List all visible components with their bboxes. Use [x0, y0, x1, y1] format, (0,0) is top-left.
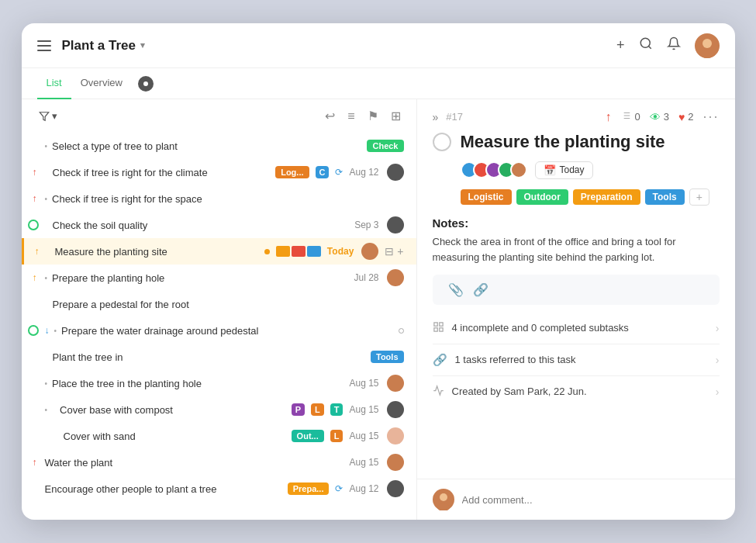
- svg-point-2: [702, 39, 712, 48]
- svg-point-16: [437, 503, 450, 510]
- tag-tools[interactable]: Tools: [645, 189, 685, 205]
- hamburger-menu[interactable]: [37, 40, 51, 51]
- tab-add[interactable]: [138, 76, 154, 92]
- task-name: Plant the tree in: [53, 351, 364, 363]
- table-row[interactable]: • Cover base with compost P L T Aug 15: [22, 396, 416, 423]
- tag-preparation[interactable]: Preparation: [573, 189, 640, 205]
- table-row[interactable]: ↑ • Prepare the planting hole Jul 28: [22, 265, 416, 291]
- table-row[interactable]: ↑ Water the plant Aug 15: [22, 449, 416, 476]
- filter-chevron: ▾: [52, 110, 57, 122]
- task-status-dot: [264, 249, 270, 254]
- comment-section: [417, 479, 735, 520]
- task-tag-l: L: [311, 403, 324, 416]
- table-row[interactable]: Encourage other people to plant a tree P…: [22, 476, 416, 502]
- table-row[interactable]: Check the soil quality Sep 3: [22, 212, 416, 238]
- table-row[interactable]: • Select a type of tree to plant Check: [22, 133, 416, 159]
- notes-text: Check the area in front of the office an…: [433, 234, 720, 265]
- tag-outdoor[interactable]: Outdoor: [516, 189, 568, 205]
- add-button[interactable]: +: [616, 37, 625, 54]
- more-options-button[interactable]: ···: [702, 109, 719, 125]
- task-avatar: [361, 243, 378, 260]
- table-row[interactable]: Prepare a pedestal for the root: [22, 291, 416, 317]
- subtasks-icon: [433, 321, 444, 335]
- table-row[interactable]: ↑ Check if tree is right for the climate…: [22, 159, 416, 185]
- down-arrow-icon: ↓: [45, 325, 50, 336]
- table-row[interactable]: • Place the tree in the planting hole Au…: [22, 370, 416, 396]
- search-button[interactable]: [639, 36, 653, 54]
- due-date-tag[interactable]: 📅 Today: [535, 161, 593, 179]
- bullet-icon: •: [45, 379, 48, 388]
- eye-stat: 👁 3: [650, 111, 669, 123]
- tab-list[interactable]: List: [37, 68, 71, 99]
- user-avatar[interactable]: [695, 33, 720, 58]
- tag-logistic[interactable]: Logistic: [461, 189, 512, 205]
- task-date: Aug 12: [349, 167, 378, 178]
- filter-button[interactable]: ▾: [34, 108, 62, 124]
- task-name: Prepare a pedestal for the root: [53, 299, 404, 310]
- table-row[interactable]: ↑ • Check if tree is right for the space: [22, 185, 416, 212]
- referred-text: 1 tasks referred to this task: [455, 354, 716, 365]
- header-left: Plant a Tree ▾: [37, 38, 616, 54]
- add-tag-button[interactable]: +: [689, 188, 709, 206]
- created-arrow: ›: [716, 386, 720, 398]
- project-title[interactable]: Plant a Tree ▾: [62, 38, 145, 54]
- grid-icon[interactable]: ⊞: [388, 105, 404, 126]
- list-icon: [620, 110, 631, 123]
- action-icons: ⊟ +: [385, 245, 403, 258]
- task-name: Cover base with compost: [60, 404, 285, 416]
- task-complete-checkbox[interactable]: [433, 133, 451, 151]
- notification-button[interactable]: [667, 36, 681, 54]
- task-tag: Prepa...: [288, 482, 330, 495]
- table-row[interactable]: ↑ Measure the planting site Today ⊟ +: [22, 238, 416, 265]
- app-header: Plant a Tree ▾ +: [22, 23, 735, 68]
- priority-icon: ↑: [28, 457, 42, 468]
- tab-overview[interactable]: Overview: [71, 68, 132, 99]
- comment-input[interactable]: [462, 494, 720, 506]
- task-tag-c: C: [316, 166, 330, 178]
- list-view-icon[interactable]: ≡: [344, 106, 357, 126]
- priority-up-icon: ↑: [605, 110, 611, 124]
- task-name: Check if tree is right for the space: [52, 193, 403, 205]
- detail-title-row: Measure the planting site: [417, 131, 735, 161]
- undo-icon[interactable]: ↩: [322, 105, 338, 126]
- task-tag: Tools: [371, 351, 404, 363]
- tabs-bar: List Overview: [22, 68, 735, 99]
- task-name: Measure the planting site: [55, 246, 258, 258]
- chevron-down-icon: ▾: [140, 40, 145, 50]
- mini-tags: [276, 246, 321, 257]
- subtasks-text: 4 incomplete and 0 completed subtasks: [452, 322, 716, 334]
- right-panel: » #17 ↑ 0 👁 3 ♥: [417, 99, 735, 520]
- svg-rect-14: [433, 328, 437, 331]
- flag-icon[interactable]: ⚑: [364, 105, 381, 126]
- detail-actions: ↑ 0 👁 3 ♥ 2 ···: [605, 109, 719, 125]
- image-icon[interactable]: 🔗: [473, 282, 488, 297]
- table-row[interactable]: Plant the tree in Tools: [22, 344, 416, 370]
- task-tag-t: T: [330, 403, 343, 416]
- project-title-text: Plant a Tree: [62, 38, 136, 54]
- task-avatar: [387, 375, 404, 392]
- eye-count: 3: [664, 111, 669, 123]
- svg-point-3: [699, 50, 715, 58]
- action-icon-2[interactable]: +: [397, 245, 403, 258]
- list-stat: 0: [620, 110, 640, 123]
- detail-meta: 📅 Today: [417, 161, 735, 188]
- referred-row[interactable]: 🔗 1 tasks referred to this task ›: [433, 344, 720, 376]
- task-tag-l2: L: [330, 430, 343, 442]
- task-avatar: [387, 427, 404, 444]
- calendar-icon: 📅: [544, 164, 556, 176]
- action-icon-1[interactable]: ⊟: [385, 245, 394, 258]
- subtasks-row[interactable]: 4 incomplete and 0 completed subtasks ›: [433, 313, 720, 344]
- table-row[interactable]: ↓ • Prepare the water drainage around pe…: [22, 317, 416, 344]
- heart-stat: ♥ 2: [678, 111, 694, 123]
- collapse-button[interactable]: »: [433, 111, 439, 123]
- created-row[interactable]: Created by Sam Park, 22 Jun. ›: [433, 376, 720, 407]
- task-name: Select a type of tree to plant: [52, 140, 361, 152]
- task-tag: Check: [367, 140, 403, 152]
- task-name: Prepare the planting hole: [52, 272, 347, 284]
- paperclip-icon[interactable]: 📎: [448, 282, 464, 297]
- table-row[interactable]: Cover with sand Out... L Aug 15: [22, 423, 416, 449]
- bullet-icon: •: [45, 274, 48, 282]
- task-name: Cover with sand: [64, 431, 285, 442]
- task-date: Jul 28: [354, 272, 378, 283]
- main-content: ▾ ↩ ≡ ⚑ ⊞ • Select a type of tree to pla…: [22, 99, 735, 520]
